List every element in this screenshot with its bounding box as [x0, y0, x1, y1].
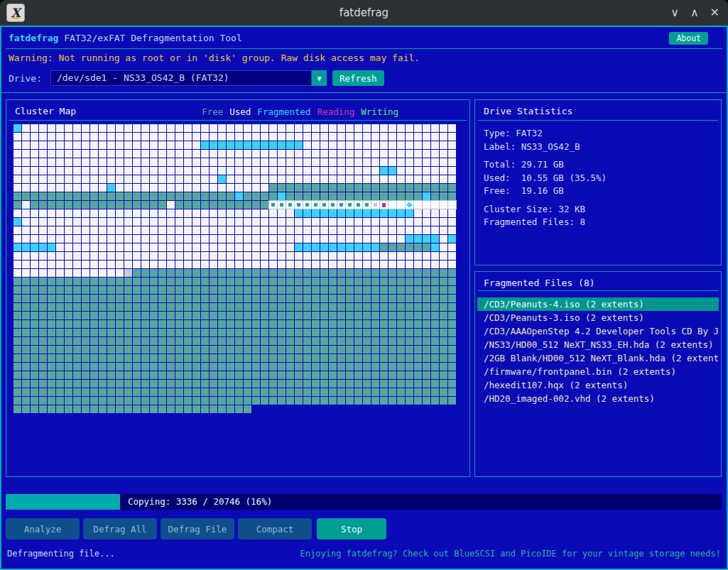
file-item[interactable]: /firmware/frontpanel.bin (2 extents) — [477, 365, 719, 378]
cluster-cell — [320, 133, 328, 141]
cluster-cell — [107, 184, 115, 192]
cluster-cell — [90, 209, 98, 217]
close-button[interactable]: ✕ — [710, 0, 719, 26]
cluster-cell — [73, 226, 81, 234]
file-item[interactable]: /CD3/Peanuts-3.iso (2 extents) — [477, 311, 719, 324]
cluster-cell — [389, 405, 396, 413]
cluster-cell — [210, 209, 217, 217]
stop-button[interactable]: Stop — [317, 518, 386, 539]
cluster-cell — [354, 235, 362, 243]
stat-line: Used: 10.55 GB (35.5%) — [484, 172, 715, 185]
cluster-cell — [124, 380, 132, 388]
drive-select[interactable]: /dev/sde1 - NS33_OS42_B (FAT32) — [50, 70, 312, 86]
cluster-cell — [244, 354, 251, 362]
cluster-cell — [150, 337, 158, 345]
cluster-cell — [371, 201, 379, 209]
dropdown-arrow-icon[interactable]: ▼ — [312, 70, 327, 86]
cluster-cell — [244, 346, 251, 353]
cluster-cell — [295, 133, 303, 141]
file-item[interactable]: /CD3/Peanuts-4.iso (2 extents) — [477, 297, 719, 311]
cluster-cell — [261, 303, 268, 311]
cluster-cell — [235, 243, 243, 251]
cluster-cell — [82, 175, 89, 183]
file-item[interactable]: /hexedit107.hqx (2 extents) — [477, 378, 719, 392]
cluster-cell — [158, 201, 166, 209]
cluster-cell — [278, 209, 286, 217]
cluster-cell — [448, 201, 456, 209]
cluster-cell — [389, 252, 396, 260]
file-item[interactable]: /HD20_imaged-002.vhd (2 extents) — [477, 392, 719, 405]
cluster-cell — [320, 312, 328, 319]
cluster-cell — [337, 124, 345, 132]
defrag-file-button[interactable]: Defrag File — [161, 518, 234, 539]
cluster-cell — [380, 354, 388, 362]
cluster-cell — [167, 184, 175, 192]
cluster-cell — [303, 184, 311, 192]
cluster-cell — [31, 192, 38, 200]
cluster-cell — [252, 303, 260, 311]
analyze-button[interactable]: Analyze — [6, 518, 80, 539]
cluster-cell — [295, 175, 303, 183]
cluster-cell — [337, 175, 345, 183]
about-button[interactable]: About — [669, 32, 708, 45]
cluster-cell — [201, 261, 209, 268]
cluster-cell — [65, 295, 72, 302]
cluster-cell — [184, 346, 192, 353]
cluster-cell — [158, 346, 166, 353]
cluster-cell — [184, 175, 192, 183]
cluster-cell — [48, 150, 55, 158]
cluster-cell — [235, 380, 243, 388]
cluster-cell — [261, 329, 268, 336]
cluster-cell — [414, 388, 422, 396]
cluster-cell — [158, 388, 166, 396]
cluster-cell — [201, 278, 209, 285]
cluster-cell — [286, 405, 294, 413]
cluster-cell — [73, 209, 81, 217]
cluster-cell — [371, 380, 379, 388]
cluster-cell — [286, 312, 294, 319]
cluster-cell — [56, 269, 64, 277]
maximize-button[interactable]: ∧ — [690, 0, 699, 26]
refresh-button[interactable]: Refresh — [332, 70, 384, 86]
cluster-cell — [235, 295, 243, 302]
cluster-cell — [406, 380, 413, 388]
file-item[interactable]: /NS33/HD00_512 NeXT_NS33_EH.hda (2 exten… — [477, 338, 719, 351]
cluster-cell — [158, 405, 166, 413]
cluster-cell — [201, 354, 209, 362]
cluster-cell — [244, 243, 251, 251]
cluster-cell — [22, 167, 30, 175]
cluster-cell — [90, 192, 98, 200]
cluster-cell — [99, 192, 107, 200]
cluster-cell — [440, 380, 447, 388]
cluster-cell — [448, 150, 456, 158]
cluster-cell — [252, 337, 260, 345]
cluster-cell — [192, 388, 200, 396]
defrag-all-button[interactable]: Defrag All — [83, 518, 157, 539]
cluster-cell — [244, 371, 251, 379]
cluster-cell — [48, 388, 55, 396]
cluster-cell — [278, 141, 286, 149]
cluster-cell — [261, 371, 268, 379]
cluster-cell — [414, 286, 422, 294]
cluster-cell — [107, 286, 115, 294]
cluster-cell — [389, 329, 396, 336]
cluster-cell — [192, 405, 200, 413]
cluster-cell — [82, 124, 89, 132]
cluster-cell — [278, 184, 286, 192]
cluster-cell — [150, 312, 158, 319]
cluster-cell — [337, 303, 345, 311]
cluster-cell — [73, 354, 81, 362]
cluster-cell — [141, 261, 149, 268]
cluster-cell — [320, 124, 328, 132]
cluster-cell — [107, 397, 115, 405]
cluster-cell — [312, 133, 320, 141]
cluster-cell — [150, 320, 158, 328]
file-item[interactable]: /CD3/AAAOpenStep 4.2 Developer Tools CD … — [477, 324, 719, 338]
cluster-cell — [448, 226, 456, 234]
minimize-button[interactable]: ∨ — [670, 0, 679, 26]
cluster-cell — [99, 150, 107, 158]
cluster-cell — [201, 150, 209, 158]
file-item[interactable]: /2GB Blank/HD00_512 NeXT_Blank.hda (2 ex… — [477, 351, 719, 365]
compact-button[interactable]: Compact — [238, 518, 312, 539]
cluster-cell — [82, 303, 89, 311]
